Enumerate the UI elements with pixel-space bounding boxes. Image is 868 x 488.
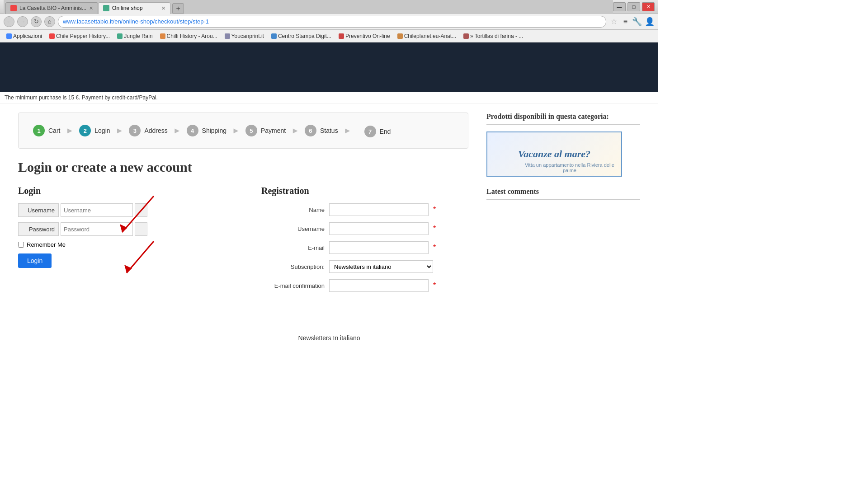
bookmark-tortillas[interactable]: » Tortillas di farina - ... xyxy=(461,32,526,40)
tab-bar: La Casetta BIO - Amminis... ✕ On line sh… xyxy=(4,0,613,14)
tab-2[interactable]: On line shop ✕ xyxy=(98,2,170,14)
bookmarks-bar: Applicazioni Chile Pepper History... Jun… xyxy=(0,30,658,42)
reg-email-confirm-input[interactable] xyxy=(329,279,429,292)
bookmark-chile-pepper[interactable]: Chile Pepper History... xyxy=(47,32,113,40)
sidebar: Prodotti disponibili in questa categoria… xyxy=(486,113,640,298)
reg-email-input[interactable] xyxy=(329,241,429,254)
extensions-icon[interactable]: 🔧 xyxy=(632,17,642,27)
address-input[interactable] xyxy=(58,16,606,28)
footer-newsletter: Newsletters In italiano xyxy=(0,325,658,351)
step-payment[interactable]: 5 Payment xyxy=(238,121,293,140)
page-title: Login or create a new account xyxy=(18,160,468,175)
step-3-number: 3 xyxy=(129,125,141,136)
reg-name-row: Name * xyxy=(261,203,468,216)
name-required: * xyxy=(433,206,436,214)
maximize-button[interactable]: □ xyxy=(627,2,640,11)
bookmark-preventivo[interactable]: Preventivo On-line xyxy=(336,32,393,40)
newsletter-text: Newsletters In italiano xyxy=(298,334,360,342)
step-end[interactable]: 7 End xyxy=(357,122,398,141)
password-input[interactable] xyxy=(61,222,133,236)
bookmark-label: Applicazioni xyxy=(13,33,42,39)
reg-email-confirm-label: E-mail confirmation xyxy=(261,282,325,289)
step-login[interactable]: 2 Login xyxy=(72,121,117,140)
bookmark-label: Youcanprint.it xyxy=(231,33,264,39)
page-content: The minimum purchase is 15 €. Payment by… xyxy=(0,42,658,351)
bookmark-favicon xyxy=(397,33,403,39)
new-tab-button[interactable]: + xyxy=(172,3,184,14)
password-btn[interactable] xyxy=(135,222,147,236)
login-title: Login xyxy=(18,186,225,196)
home-button[interactable]: ⌂ xyxy=(44,16,55,27)
step-address[interactable]: 3 Address xyxy=(122,121,175,140)
step-2-number: 2 xyxy=(79,125,91,136)
bookmark-centro-stampa[interactable]: Centro Stampa Digit... xyxy=(269,32,334,40)
reload-button[interactable]: ↻ xyxy=(31,16,42,27)
email-confirm-required: * xyxy=(433,282,436,290)
step-4-number: 4 xyxy=(187,125,198,136)
profile-icon[interactable]: 👤 xyxy=(645,17,655,27)
svg-marker-3 xyxy=(124,265,132,273)
title-bar: La Casetta BIO - Amminis... ✕ On line sh… xyxy=(0,0,658,14)
bookmark-youcanprint[interactable]: Youcanprint.it xyxy=(222,32,267,40)
content-area: 1 Cart ► 2 Login ► 3 Address xyxy=(18,113,468,298)
tab2-close[interactable]: ✕ xyxy=(161,5,165,11)
bookmark-chilli[interactable]: Chilli History - Arou... xyxy=(157,32,220,40)
bookmark-chileplanet[interactable]: Chileplanet.eu-Anat... xyxy=(395,32,459,40)
tab-1[interactable]: La Casetta BIO - Amminis... ✕ xyxy=(5,2,98,14)
bookmark-jungle-rain[interactable]: Jungle Rain xyxy=(114,32,155,40)
back-button[interactable]: ← xyxy=(4,16,14,27)
info-bar-text: The minimum purchase is 15 €. Payment by… xyxy=(5,94,158,101)
banner-ad[interactable]: Vacanze al mare? Vitta un appartamento n… xyxy=(486,131,622,177)
bookmark-label: Jungle Rain xyxy=(124,33,152,39)
step-3-label: Address xyxy=(144,127,167,134)
forward-button[interactable]: → xyxy=(17,16,28,27)
bookmark-label: Preventivo On-line xyxy=(345,33,390,39)
close-button[interactable]: ✕ xyxy=(642,2,655,11)
reg-name-input[interactable] xyxy=(329,203,429,216)
step-shipping[interactable]: 4 Shipping xyxy=(179,121,234,140)
reg-subscription-select[interactable]: Newsletters in italiano Newsletters in e… xyxy=(329,260,433,273)
username-input[interactable] xyxy=(61,203,133,217)
tab1-favicon xyxy=(10,5,17,11)
bookmark-favicon xyxy=(49,33,55,39)
step-5-label: Payment xyxy=(261,127,286,134)
step-status[interactable]: 6 Status xyxy=(297,121,345,140)
minimize-button[interactable]: — xyxy=(613,2,626,11)
checkout-steps: 1 Cart ► 2 Login ► 3 Address xyxy=(18,113,468,149)
bookmark-favicon xyxy=(6,33,12,39)
bookmark-applicazioni[interactable]: Applicazioni xyxy=(4,32,45,40)
registration-title: Registration xyxy=(261,186,468,196)
username-row: Username xyxy=(18,203,225,217)
comments-title: Latest comments xyxy=(486,188,640,196)
reg-subscription-label: Subscription: xyxy=(261,263,325,270)
step-cart[interactable]: 1 Cart xyxy=(26,121,67,140)
reg-email-label: E-mail xyxy=(261,244,325,251)
forms-row: Login Username Password xyxy=(18,186,468,298)
reg-username-label: Username xyxy=(261,225,325,232)
step-6-label: Status xyxy=(320,127,338,134)
bookmark-label: Chilli History - Arou... xyxy=(167,33,217,39)
step-5-number: 5 xyxy=(245,125,257,136)
step-2-label: Login xyxy=(94,127,110,134)
comments-divider xyxy=(486,199,640,200)
step-4-label: Shipping xyxy=(202,127,227,134)
banner-ad-text: Vacanze al mare? xyxy=(518,148,590,160)
username-btn[interactable] xyxy=(135,203,147,217)
tab2-label: On line shop xyxy=(112,5,142,11)
password-row: Password xyxy=(18,222,225,236)
reg-username-input[interactable] xyxy=(329,222,429,235)
bookmark-label: Chile Pepper History... xyxy=(56,33,110,39)
bookmark-label: » Tortillas di farina - ... xyxy=(470,33,523,39)
info-bar: The minimum purchase is 15 €. Payment by… xyxy=(0,92,658,103)
reg-subscription-row: Subscription: Newsletters in italiano Ne… xyxy=(261,260,468,273)
main-container: 1 Cart ► 2 Login ► 3 Address xyxy=(0,103,658,307)
step-1-number: 1 xyxy=(33,125,45,136)
step-6-number: 6 xyxy=(305,125,316,136)
bookmark-star[interactable]: ☆ xyxy=(609,17,619,26)
settings-icon[interactable]: ≡ xyxy=(622,18,629,26)
tab1-close[interactable]: ✕ xyxy=(89,5,93,11)
login-button[interactable]: Login xyxy=(18,253,52,268)
remember-checkbox[interactable] xyxy=(18,242,24,248)
products-title: Prodotti disponibili in questa categoria… xyxy=(486,113,640,121)
banner-ad-subtext: Vitta un appartamento nella Riviera dell… xyxy=(518,162,621,173)
